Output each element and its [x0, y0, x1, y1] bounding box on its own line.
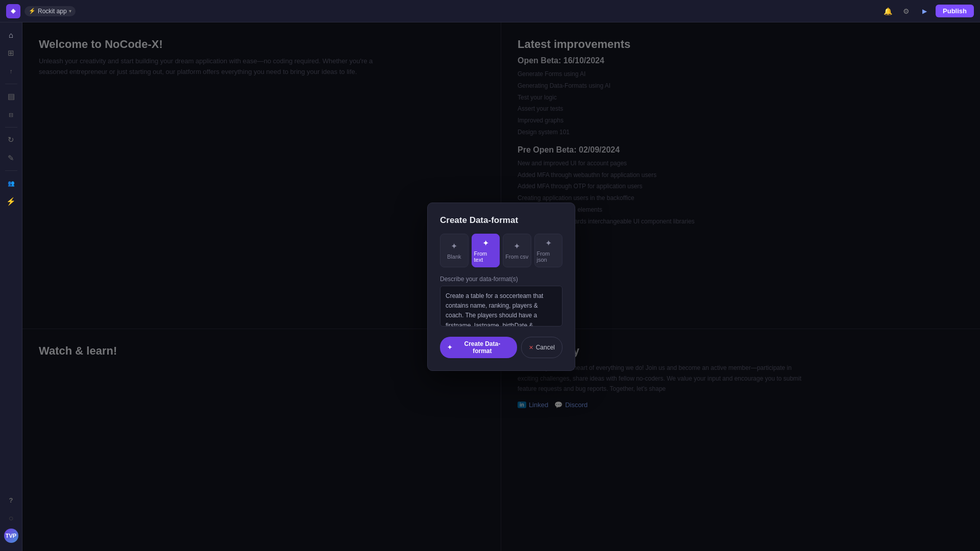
topbar: ⚡ Rockit app ▾ 🔔 ⚙ ▶ Publish	[0, 0, 980, 22]
from-json-icon: ✦	[545, 238, 552, 248]
sidebar-item-help[interactable]: ?	[3, 492, 19, 508]
from-json-label: From json	[537, 251, 560, 263]
dataformat-description-input[interactable]	[440, 286, 562, 327]
sidebar-item-database[interactable]: ⊟	[3, 107, 19, 123]
sidebar: ⌂ ⊞ ↑ ▤ ⊟ ↻ ✎ 👥 ⚡ ? ○ TVP	[0, 22, 22, 551]
describe-label: Describe your data-format(s)	[440, 276, 562, 283]
mode-btn-blank[interactable]: ✦ Blank	[440, 234, 469, 267]
from-text-label: From text	[474, 251, 498, 263]
mode-buttons: ✦ Blank ✦ From text ✦ From csv ✦ From js…	[440, 234, 562, 267]
modal-overlay: Create Data-format ✦ Blank ✦ From text ✦…	[22, 22, 980, 551]
publish-button[interactable]: Publish	[936, 5, 974, 17]
main-layout: ⌂ ⊞ ↑ ▤ ⊟ ↻ ✎ 👥 ⚡ ? ○ TVP Welcome to NoC…	[0, 22, 980, 551]
create-dataformat-button[interactable]: ✦ Create Data-format	[440, 337, 517, 358]
sidebar-item-layers[interactable]: ⊞	[3, 45, 19, 61]
cancel-x-icon: ✕	[529, 344, 533, 351]
sidebar-item-users[interactable]: 👥	[3, 175, 19, 191]
create-dataformat-modal: Create Data-format ✦ Blank ✦ From text ✦…	[427, 203, 575, 371]
sidebar-separator-3	[5, 170, 17, 171]
avatar[interactable]: TVP	[4, 529, 18, 543]
cancel-button-label: Cancel	[536, 344, 555, 351]
create-button-label: Create Data-format	[455, 340, 510, 355]
settings-icon[interactable]: ⚙	[899, 4, 913, 18]
app-name-pill[interactable]: ⚡ Rockit app ▾	[24, 6, 76, 16]
sidebar-item-forms[interactable]: ▤	[3, 88, 19, 105]
sidebar-separator-2	[5, 127, 17, 128]
chevron-down-icon: ▾	[69, 8, 71, 14]
sidebar-item-refresh[interactable]: ↻	[3, 132, 19, 148]
modal-title: Create Data-format	[440, 215, 562, 226]
blank-label: Blank	[447, 254, 461, 260]
play-icon[interactable]: ▶	[917, 4, 932, 18]
sidebar-item-upload[interactable]: ↑	[3, 63, 19, 80]
topbar-left: ⚡ Rockit app ▾	[6, 4, 76, 18]
sidebar-item-circle[interactable]: ○	[3, 510, 19, 527]
from-csv-label: From csv	[505, 254, 528, 260]
sidebar-separator-1	[5, 84, 17, 84]
from-csv-icon: ✦	[513, 241, 520, 251]
topbar-right: 🔔 ⚙ ▶ Publish	[880, 4, 974, 18]
create-sparkle-icon: ✦	[447, 344, 452, 351]
mode-btn-from-json[interactable]: ✦ From json	[534, 234, 563, 267]
mode-btn-from-text[interactable]: ✦ From text	[472, 234, 500, 267]
svg-point-0	[12, 10, 14, 12]
blank-icon: ✦	[451, 241, 457, 251]
main-content: Welcome to NoCode-X! Unleash your creati…	[22, 22, 980, 551]
app-name-label: Rockit app	[38, 8, 67, 15]
mode-btn-from-csv[interactable]: ✦ From csv	[503, 234, 531, 267]
cancel-button[interactable]: ✕ Cancel	[521, 337, 562, 358]
modal-footer: ✦ Create Data-format ✕ Cancel	[440, 337, 562, 358]
sidebar-item-home[interactable]: ⌂	[3, 27, 19, 43]
logo-icon[interactable]	[6, 4, 20, 18]
sidebar-bottom: ? ○ TVP	[3, 492, 19, 547]
sidebar-item-pen[interactable]: ✎	[3, 150, 19, 166]
bell-icon[interactable]: 🔔	[880, 4, 895, 18]
from-text-icon: ✦	[482, 238, 489, 248]
bolt-icon: ⚡	[29, 8, 36, 14]
sidebar-item-plug[interactable]: ⚡	[3, 193, 19, 210]
